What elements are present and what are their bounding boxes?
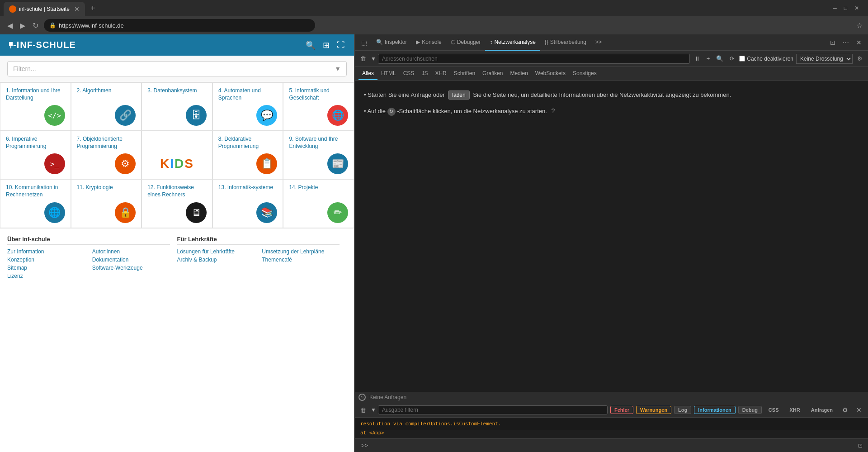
filter-tab-sonstiges[interactable]: Sonstiges bbox=[569, 67, 600, 80]
cache-deaktivieren-checkbox[interactable] bbox=[739, 56, 745, 62]
network-settings-btn[interactable]: ⚙ bbox=[855, 54, 864, 63]
filter-tab-css[interactable]: CSS bbox=[400, 67, 418, 80]
category-item-5[interactable]: 5. Informatik und Gesellschaft 🌐 bbox=[283, 82, 354, 131]
cat-icon-13: 📚 bbox=[256, 202, 277, 223]
console-filter-input[interactable] bbox=[378, 405, 608, 414]
window-minimize-btn[interactable]: ─ bbox=[831, 4, 839, 12]
tab-title: inf-schule | Startseite bbox=[19, 6, 71, 12]
footer-heading-2: Für Lehrkräfte bbox=[177, 236, 340, 245]
footer-link-software-werkzeuge[interactable]: Software-Werkzeuge bbox=[92, 265, 170, 271]
footer-link-sitemap[interactable]: Sitemap bbox=[7, 265, 85, 271]
category-item-9[interactable]: 9. Software und Ihre Entwicklung 📰 bbox=[283, 131, 354, 179]
tab-more[interactable]: >> bbox=[591, 34, 606, 51]
filter-dropdown-icon[interactable]: ▼ bbox=[335, 65, 341, 72]
window-maximize-btn[interactable]: □ bbox=[842, 4, 849, 12]
category-item-14[interactable]: 14. Projekte ✏ bbox=[283, 179, 354, 228]
footer-link-loesungen[interactable]: Lösungen für Lehrkräfte bbox=[177, 248, 255, 255]
footer-link-umsetzung[interactable]: Umsetzung der Lehrpläne bbox=[262, 248, 340, 255]
plus-btn[interactable]: + bbox=[705, 54, 712, 63]
category-item-3[interactable]: 3. Datenbanksystem 🗄 bbox=[142, 82, 212, 131]
reload-btn[interactable]: ↻ bbox=[31, 19, 40, 32]
footer-link-autorinnen[interactable]: Autor:innen bbox=[92, 248, 170, 255]
filter-tab-html[interactable]: HTML bbox=[377, 67, 400, 80]
filter-tab-alles[interactable]: Alles bbox=[359, 67, 377, 80]
filter-tab-js[interactable]: JS bbox=[418, 67, 431, 80]
console-anfragen-btn[interactable]: Anfragen bbox=[807, 406, 837, 414]
info-help-icon[interactable]: ? bbox=[551, 107, 555, 114]
filter-tab-medien[interactable]: Medien bbox=[506, 67, 531, 80]
window-close-btn[interactable]: ✕ bbox=[853, 4, 861, 12]
tab-konsole[interactable]: ▶ Konsole bbox=[411, 34, 446, 51]
console-log-btn[interactable]: Log bbox=[674, 406, 691, 414]
forward-btn[interactable]: ▶ bbox=[18, 19, 27, 32]
console-clear-btn[interactable]: 🗑 bbox=[359, 406, 368, 414]
console-maximize-btn[interactable]: ⊡ bbox=[856, 442, 864, 450]
site-logo: -I N F- S C H U L E bbox=[9, 40, 75, 50]
devtools-inspect-btn[interactable]: ⬚ bbox=[359, 37, 370, 48]
clear-requests-btn[interactable]: 🗑 bbox=[359, 54, 368, 63]
throttle-select[interactable]: Keine Drosselung bbox=[796, 54, 853, 64]
search-btn[interactable]: 🔍 bbox=[714, 54, 725, 63]
devtools-tabs: 🔍 Inspektor ▶ Konsole ⬡ Debugger ↕ Netzw… bbox=[372, 34, 826, 51]
category-item-kids[interactable]: KIDS bbox=[142, 131, 212, 179]
category-item-7[interactable]: 7. Objektorientierte Programmierung ⚙ bbox=[71, 131, 142, 179]
console-close-btn[interactable]: ✕ bbox=[854, 404, 864, 415]
console-warnungen-btn[interactable]: Warnungen bbox=[636, 406, 671, 414]
bookmark-btn[interactable]: ☆ bbox=[856, 21, 863, 30]
grid-icon-btn[interactable]: ⊞ bbox=[323, 40, 330, 50]
tab-close-btn[interactable]: ✕ bbox=[74, 5, 80, 13]
tab-stilbearbeitung[interactable]: {} Stilbearbeitung bbox=[540, 34, 591, 51]
footer-link-konzeption[interactable]: Konzeption bbox=[7, 257, 85, 263]
main-layout: -I N F- S C H U L E 🔍 ⊞ ⛶ Filtern. bbox=[0, 34, 868, 452]
cache-deaktivieren-label[interactable]: Cache deaktivieren bbox=[739, 56, 793, 62]
active-tab[interactable]: inf-schule | Startseite ✕ bbox=[4, 2, 85, 16]
filter-tab-schriften[interactable]: Schriften bbox=[450, 67, 479, 80]
console-xhr-btn[interactable]: XHR bbox=[785, 406, 804, 414]
filter-bar: Filtern... ▼ bbox=[0, 56, 354, 82]
console-informationen-btn[interactable]: Informationen bbox=[694, 406, 735, 414]
category-item-1[interactable]: 1. Information und Ihre Darstellung </> bbox=[0, 82, 71, 131]
footer-link-themencafe[interactable]: Themencafé bbox=[262, 257, 340, 263]
back-btn[interactable]: ◀ bbox=[5, 19, 14, 32]
category-item-2[interactable]: 2. Algorithmen 🔗 bbox=[71, 82, 142, 131]
category-item-10[interactable]: 10. Kommunikation in Rechnernetzen 🌐 bbox=[0, 179, 71, 228]
devtools-dock-btn[interactable]: ⊡ bbox=[827, 37, 838, 48]
console-fehler-btn[interactable]: Fehler bbox=[610, 406, 633, 414]
category-item-6[interactable]: 6. Imperative Programmierung >_ bbox=[0, 131, 71, 179]
import-btn[interactable]: ⟳ bbox=[728, 54, 736, 63]
pause-btn[interactable]: ⏸ bbox=[693, 54, 702, 63]
no-requests-text: Keine Anfragen bbox=[369, 394, 406, 400]
category-item-11[interactable]: 11. Kryptologie 🔒 bbox=[71, 179, 142, 228]
fullscreen-icon-btn[interactable]: ⛶ bbox=[337, 40, 345, 50]
new-tab-btn[interactable]: + bbox=[87, 4, 99, 13]
footer-link-zur-information[interactable]: Zur Information bbox=[7, 248, 85, 255]
debugger-icon: ⬡ bbox=[451, 39, 455, 45]
devtools-bottom-right: ⊡ bbox=[856, 442, 864, 450]
console-expand-btn[interactable]: >> bbox=[359, 441, 371, 450]
network-filter-input[interactable] bbox=[378, 54, 690, 64]
filter-input[interactable]: Filtern... ▼ bbox=[7, 61, 347, 76]
load-btn[interactable]: laden bbox=[448, 90, 469, 100]
devtools-more-btn[interactable]: ⋯ bbox=[840, 37, 852, 48]
category-item-13[interactable]: 13. Informatik-systeme 📚 bbox=[212, 179, 283, 228]
footer-link-archiv[interactable]: Archiv & Backup bbox=[177, 257, 255, 263]
console-settings-btn[interactable]: ⚙ bbox=[840, 404, 851, 415]
footer-col-1b: Autor:innen Dokumentation Software-Werkz… bbox=[92, 248, 170, 281]
tab-netzwerkanalyse[interactable]: ↕ Netzwerkanalyse bbox=[485, 34, 540, 51]
search-icon-btn[interactable]: 🔍 bbox=[306, 40, 316, 50]
footer-link-lizenz[interactable]: Lizenz bbox=[7, 273, 85, 279]
tab-debugger[interactable]: ⬡ Debugger bbox=[446, 34, 486, 51]
category-item-8[interactable]: 8. Deklarative Programmierung 📋 bbox=[212, 131, 283, 179]
filter-tab-websockets[interactable]: WebSockets bbox=[532, 67, 569, 80]
filter-tab-grafiken[interactable]: Grafiken bbox=[479, 67, 506, 80]
footer-link-dokumentation[interactable]: Dokumentation bbox=[92, 257, 170, 263]
console-css-btn[interactable]: CSS bbox=[764, 406, 783, 414]
devtools-close-btn[interactable]: ✕ bbox=[854, 37, 864, 48]
console-debug-btn[interactable]: Debug bbox=[738, 406, 762, 414]
tab-inspektor[interactable]: 🔍 Inspektor bbox=[372, 34, 411, 51]
url-bar[interactable]: 🔒 https://www.inf-schule.de bbox=[44, 19, 315, 32]
category-item-12[interactable]: 12. Funktionsweise eines Rechners 🖥 bbox=[142, 179, 212, 228]
category-item-4[interactable]: 4. Automaten und Sprachen 💬 bbox=[212, 82, 283, 131]
no-requests-icon: ↻ bbox=[359, 394, 366, 401]
filter-tab-xhr[interactable]: XHR bbox=[431, 67, 450, 80]
